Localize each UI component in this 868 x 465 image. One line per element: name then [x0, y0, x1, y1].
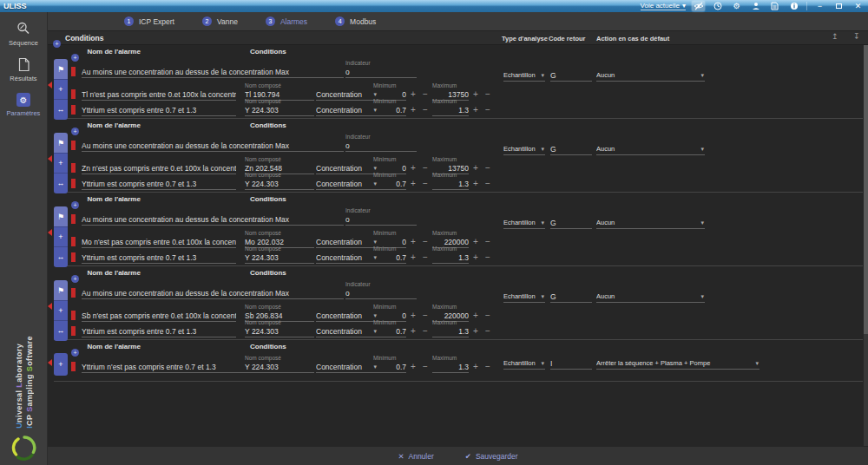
arrow-up-icon[interactable]: ↥ — [832, 32, 838, 41]
indicator-field[interactable]: Indicateuro — [345, 134, 417, 152]
default-action-select[interactable]: Aucun▾ — [596, 211, 705, 229]
maximum-field[interactable]: Maximum1.3 — [432, 355, 469, 373]
default-action-select[interactable]: Aucun▾ — [596, 137, 705, 155]
maximum-field[interactable]: Maximum1.3 — [432, 246, 469, 264]
compound-field[interactable]: Nom composéY 224.303 — [245, 172, 314, 190]
alarm-name-input[interactable]: Yttrium est compris entre 0.7 et 1.3 — [82, 98, 236, 116]
increment-button[interactable]: + — [408, 362, 418, 372]
tab-modbus[interactable]: 4 Modbus — [335, 16, 376, 26]
alarm-flag-icon — [71, 179, 76, 188]
sidebar-item-resultats[interactable]: Résultats — [0, 57, 47, 82]
document-icon[interactable] — [768, 1, 781, 11]
analysis-type-select[interactable]: Echantillon▾ — [503, 211, 545, 229]
return-code-field[interactable]: G — [550, 63, 592, 82]
decrement-button[interactable]: − — [483, 179, 493, 189]
alarm-flag-icon — [71, 141, 76, 150]
increment-button[interactable]: + — [470, 362, 481, 372]
minimize-button[interactable]: − — [813, 1, 826, 11]
decrement-button[interactable]: − — [483, 326, 493, 337]
analysis-type-select[interactable]: Echantillon▾ — [503, 137, 545, 155]
measure-select[interactable]: Concentration▾ — [316, 246, 378, 264]
increment-button[interactable]: + — [470, 252, 481, 263]
sidebar-item-parametres[interactable]: ⚙ Paramètres — [0, 93, 47, 117]
alarm-flag-icon — [71, 311, 76, 320]
scrollbar-thumb[interactable] — [864, 45, 868, 334]
minimum-field[interactable]: Minimum0.7 — [373, 98, 406, 116]
analysis-type-select[interactable]: Echantillon▾ — [503, 285, 545, 303]
alarm-name-input[interactable]: Au moins une concentration au dessus de … — [82, 60, 344, 78]
default-action-select[interactable]: Aucun▾ — [596, 285, 705, 303]
indicator-field[interactable]: Indicateuro — [345, 207, 417, 226]
minimum-field[interactable]: Minimum0.7 — [373, 172, 406, 190]
measure-select[interactable]: Concentration▾ — [316, 172, 378, 190]
alarm-name-input[interactable]: Yttrium est compris entre 0.7 et 1.3 — [82, 246, 236, 264]
user-icon[interactable] — [749, 1, 762, 11]
maximize-button[interactable] — [832, 1, 845, 11]
titlebar-separator — [806, 2, 807, 10]
minimum-field[interactable]: Minimum0.7 — [373, 355, 406, 373]
compound-field[interactable]: Nom composéY 224.303 — [245, 98, 314, 116]
decrement-button[interactable]: − — [420, 362, 431, 372]
analysis-type-select[interactable]: Echantillon▾ — [503, 63, 545, 82]
sidebar-item-sequence[interactable]: Séquence — [0, 21, 47, 47]
decrement-button[interactable]: − — [483, 362, 493, 372]
alarm-name-header: Nom de l'alarme — [87, 269, 140, 277]
measure-select[interactable]: Concentration▾ — [316, 355, 378, 373]
chevron-down-icon: ▾ — [541, 219, 544, 226]
increment-button[interactable]: + — [408, 326, 418, 337]
indicator-field[interactable]: Indicateuro — [345, 60, 417, 78]
clock-icon[interactable] — [711, 1, 724, 11]
increment-button[interactable]: + — [470, 105, 481, 115]
default-action-select[interactable]: Aucun▾ — [596, 63, 705, 82]
tab-alarmes[interactable]: 3 Alarmes — [266, 16, 307, 26]
indicator-field[interactable]: Indicateuro — [345, 281, 417, 299]
alarm-name-input[interactable]: Yttrium est compris entre 0.7 et 1.3 — [82, 319, 236, 337]
alarm-flag-icon — [71, 326, 76, 336]
compound-field[interactable]: Nom composéY 224.303 — [245, 355, 314, 373]
compound-field[interactable]: Nom composéY 224.303 — [245, 319, 314, 337]
default-action-select[interactable]: Arrêter la séquence + Plasma + Pompe▾ — [596, 351, 760, 370]
alarm-name-input[interactable]: Yttrium est compris entre 0.7 et 1.3 — [82, 172, 236, 190]
increment-button[interactable]: + — [470, 326, 481, 337]
column-header-code: Code retour — [549, 35, 586, 43]
return-code-field[interactable]: G — [550, 285, 592, 303]
alarm-name-input[interactable]: Au moins une concentration au dessus de … — [82, 281, 344, 299]
info-icon[interactable] — [787, 1, 800, 11]
alarm-flag-icon — [71, 105, 76, 115]
increment-button[interactable]: + — [470, 179, 481, 189]
maximum-field[interactable]: Maximum1.3 — [432, 319, 469, 337]
decrement-button[interactable]: − — [420, 252, 431, 263]
compound-field[interactable]: Nom composéY 224.303 — [245, 246, 314, 264]
minimum-field[interactable]: Minimum0.7 — [373, 246, 406, 264]
alarm-group: + Nom de l'alarme Conditions ⚑ + ↔ Au mo… — [54, 266, 863, 340]
increment-button[interactable]: + — [408, 105, 418, 115]
measure-select[interactable]: Concentration▾ — [316, 319, 378, 337]
maximum-field[interactable]: Maximum1.3 — [432, 172, 469, 190]
decrement-button[interactable]: − — [420, 105, 431, 115]
gear-icon[interactable]: ⚙ — [730, 1, 743, 11]
tab-vanne[interactable]: 2 Vanne — [202, 16, 238, 26]
vertical-scrollbar[interactable] — [864, 45, 868, 446]
eye-slash-icon[interactable] — [692, 1, 705, 11]
channel-selector[interactable]: Voie actuelle ▾ — [641, 2, 686, 10]
maximum-field[interactable]: Maximum1.3 — [432, 98, 469, 116]
close-button[interactable]: ✕ — [852, 1, 865, 11]
minimum-field[interactable]: Minimum0.7 — [373, 319, 406, 337]
return-code-field[interactable]: G — [550, 137, 592, 155]
measure-select[interactable]: Concentration▾ — [316, 98, 378, 116]
decrement-button[interactable]: − — [483, 105, 493, 115]
decrement-button[interactable]: − — [420, 326, 431, 337]
return-code-field[interactable]: G — [550, 211, 592, 229]
return-code-field[interactable]: I — [550, 351, 592, 370]
decrement-button[interactable]: − — [483, 252, 493, 263]
increment-button[interactable]: + — [408, 179, 418, 189]
decrement-button[interactable]: − — [420, 179, 431, 189]
alarm-name-input[interactable]: Au moins une concentration au dessus de … — [82, 207, 344, 226]
arrow-down-icon[interactable]: ↧ — [853, 32, 860, 41]
alarm-name-input[interactable]: Au moins une concentration au dessus de … — [82, 134, 344, 152]
save-button[interactable]: ✔ Sauvegarder — [465, 452, 518, 461]
cancel-button[interactable]: ✕ Annuler — [398, 452, 433, 461]
analysis-type-select[interactable]: Echantillon▾ — [503, 351, 545, 370]
tab-icp-expert[interactable]: 1 ICP Expert — [124, 16, 174, 26]
increment-button[interactable]: + — [408, 252, 418, 263]
